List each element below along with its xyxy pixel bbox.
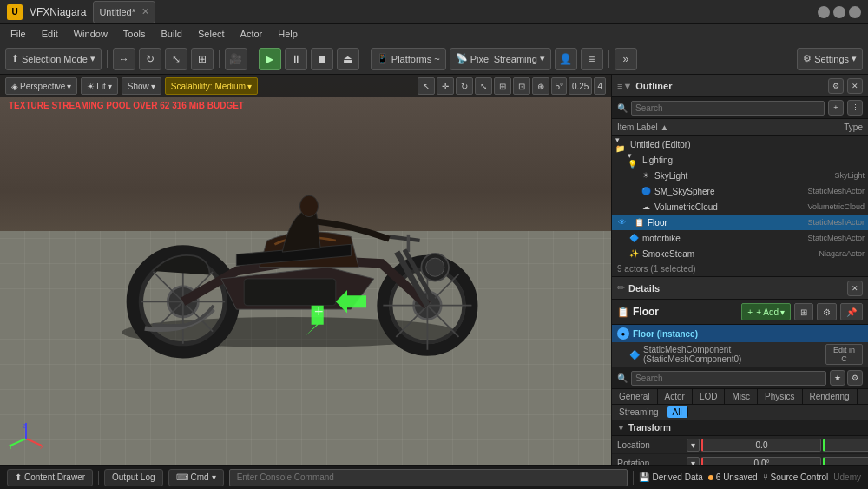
maximize-button[interactable] [833, 6, 845, 18]
more-btn[interactable]: ≡ [581, 48, 603, 70]
vp-mode2-icon[interactable]: ⊞ [494, 77, 511, 95]
vp-fov-icon[interactable]: 5° [551, 77, 567, 95]
selection-mode-btn[interactable]: ⬆ Selection Mode ▾ [5, 48, 102, 70]
tab-physics[interactable]: Physics [758, 389, 802, 404]
details-more-btn[interactable]: ⚙ [817, 303, 837, 320]
separator [219, 50, 220, 68]
outliner-options-btn[interactable]: ⋮ [847, 100, 863, 116]
tab-misc[interactable]: Misc [725, 389, 758, 404]
outliner-add-btn[interactable]: + [828, 100, 844, 116]
details-options-btn[interactable]: ⚙ [847, 370, 863, 386]
instance-header[interactable]: ● Floor (Instance) [612, 325, 868, 342]
menu-window[interactable]: Window [67, 27, 115, 41]
svg-text:Z: Z [23, 423, 27, 429]
outliner-item-skylight[interactable]: ☀ SkyLight SkyLight [612, 168, 868, 183]
outliner-settings-icon[interactable]: ⚙ [828, 78, 844, 94]
menu-tools[interactable]: Tools [116, 27, 153, 41]
rotation-dropdown[interactable]: ▾ [687, 457, 700, 466]
rotation-x-input[interactable] [701, 457, 821, 466]
outliner-item-smokesteam[interactable]: ✨ SmokeSteam NiagaraActor [612, 246, 868, 261]
outliner-item-skysphere[interactable]: 🔵 SM_SkySphere StaticMeshActor [612, 183, 868, 199]
minimize-button[interactable] [818, 6, 830, 18]
sep [633, 471, 634, 485]
user-btn[interactable]: 👤 [555, 48, 577, 70]
scale-btn[interactable]: ⤡ [165, 48, 187, 70]
scalability-btn[interactable]: Scalability: Medium ▾ [165, 77, 258, 95]
vp-select-icon[interactable]: ↖ [418, 77, 435, 95]
menu-help[interactable]: Help [271, 27, 305, 41]
menu-select[interactable]: Select [191, 27, 232, 41]
camera-btn[interactable]: 🎥 [225, 48, 247, 70]
transform-btn[interactable]: ↔ [113, 48, 135, 70]
floor-icon: 📋 [633, 216, 645, 228]
tab-untitled[interactable]: Untitled* ✕ [93, 1, 155, 23]
outliner-item-lighting[interactable]: ▾ 💡 Lighting [612, 152, 868, 168]
outliner-close-icon[interactable]: ✕ [847, 78, 863, 94]
vp-move-icon[interactable]: ✛ [437, 77, 454, 95]
pixel-streaming-btn[interactable]: 📡 Pixel Streaming ▾ [450, 48, 551, 70]
tab-all[interactable]: All [667, 406, 688, 418]
location-y-input[interactable] [823, 439, 868, 452]
vp-far-icon[interactable]: 4 [594, 77, 606, 95]
pause-btn[interactable]: ⏸ [285, 48, 307, 70]
rotation-y-input[interactable] [823, 457, 868, 466]
tab-general[interactable]: General [612, 389, 658, 404]
platforms-btn[interactable]: 📱 Platforms ~ [371, 48, 446, 70]
details-pin-btn[interactable]: 📌 [840, 303, 863, 320]
details-view-btn[interactable]: ⊞ [794, 303, 813, 320]
chevron-down-icon: ▾ [780, 307, 785, 317]
axes-indicator: X Y Z [9, 421, 43, 456]
close-tab-icon[interactable]: ✕ [141, 6, 149, 17]
location-x-input[interactable] [701, 439, 821, 452]
vp-near-icon[interactable]: 0.25 [569, 77, 592, 95]
console-input[interactable] [229, 469, 628, 486]
floor-details-icon: 📋 [617, 307, 629, 318]
add-component-btn[interactable]: + + Add ▾ [741, 303, 791, 320]
details-search-input[interactable] [631, 371, 826, 386]
vp-grid-icon[interactable]: ⊡ [513, 77, 530, 95]
unsaved-indicator[interactable]: 6 Unsaved [708, 472, 758, 482]
tab-rendering[interactable]: Rendering [803, 389, 858, 404]
vp-snap-icon[interactable]: ⊕ [532, 77, 549, 95]
outliner-search-input[interactable] [631, 101, 825, 116]
output-log-btn[interactable]: Output Log [104, 469, 162, 486]
menu-file[interactable]: File [3, 27, 33, 41]
filter-icon: ≡▼ [617, 81, 632, 91]
gear-icon: ⚙ [803, 53, 812, 64]
tab-actor[interactable]: Actor [658, 389, 693, 404]
outliner-item-volumetric[interactable]: ☁ VolumetricCloud VolumetricCloud [612, 199, 868, 215]
outliner-item-motorbike[interactable]: 🔷 motorbike StaticMeshActor [612, 230, 868, 246]
expand-btn[interactable]: » [615, 48, 637, 70]
menu-build[interactable]: Build [155, 27, 189, 41]
rotate-btn[interactable]: ↻ [139, 48, 161, 70]
stop-btn[interactable]: ⏹ [311, 48, 333, 70]
edit-in-c-btn[interactable]: Edit in C [825, 344, 863, 365]
viewport[interactable]: ◈ Perspective ▾ ☀ Lit ▾ Show ▾ Scalabili… [0, 75, 612, 465]
menu-edit[interactable]: Edit [35, 27, 65, 41]
vp-scale-icon[interactable]: ⤡ [475, 77, 492, 95]
details-star-btn[interactable]: ★ [830, 370, 845, 386]
lit-btn[interactable]: ☀ Lit ▾ [81, 77, 118, 95]
details-close-icon[interactable]: ✕ [847, 281, 863, 296]
location-dropdown[interactable]: ▾ [687, 439, 700, 452]
main-area: ◈ Perspective ▾ ☀ Lit ▾ Show ▾ Scalabili… [0, 75, 868, 465]
derived-data-indicator[interactable]: 💾 Derived Data [639, 472, 702, 482]
outliner-item-floor[interactable]: 👁 📋 Floor StaticMeshActor [612, 215, 868, 230]
outliner-item-untitled[interactable]: ▾ 📁 Untitled (Editor) [612, 136, 868, 152]
cmd-btn[interactable]: ⌨ Cmd ▾ [168, 469, 224, 486]
menu-actor[interactable]: Actor [233, 27, 270, 41]
close-button[interactable] [849, 6, 861, 18]
eject-btn[interactable]: ⏏ [337, 48, 359, 70]
show-btn[interactable]: Show ▾ [122, 77, 161, 95]
snap-btn[interactable]: ⊞ [191, 48, 214, 70]
settings-btn[interactable]: ⚙ Settings ▾ [797, 48, 863, 70]
perspective-btn[interactable]: ◈ Perspective ▾ [5, 77, 77, 95]
transform-section-header[interactable]: ▼ Transform [612, 420, 868, 436]
visibility-icon[interactable]: 👁 [615, 216, 628, 228]
play-btn[interactable]: ▶ [259, 48, 281, 70]
tab-lod[interactable]: LOD [693, 389, 726, 404]
outliner-title: Outliner [635, 81, 825, 91]
content-drawer-btn[interactable]: ⬆ Content Drawer [7, 469, 93, 486]
source-control-indicator[interactable]: ⑂ Source Control [763, 472, 829, 482]
vp-rotate-icon[interactable]: ↻ [456, 77, 473, 95]
